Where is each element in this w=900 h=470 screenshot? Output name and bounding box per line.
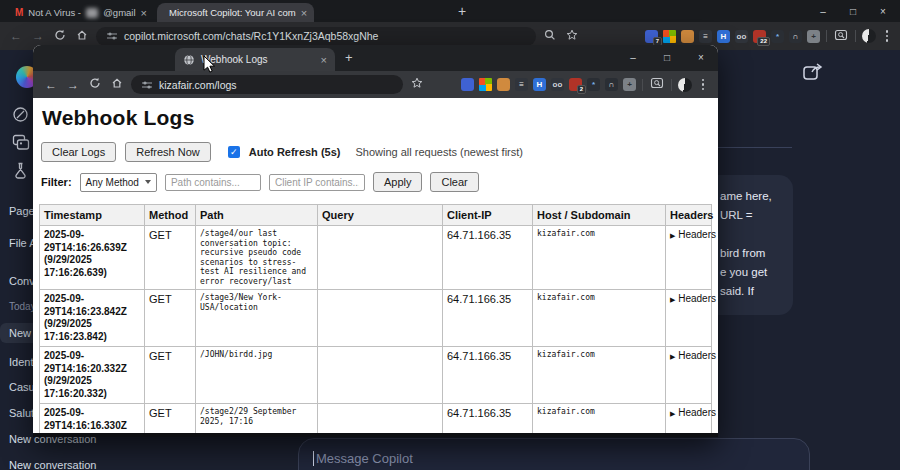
extension-icon[interactable] [497, 78, 510, 91]
divider [671, 79, 672, 91]
method-cell: GET [145, 404, 196, 434]
maximize-icon[interactable]: □ [838, 6, 868, 17]
globe-icon [183, 54, 195, 66]
expand-triangle-icon: ▶ [670, 353, 675, 360]
ip-filter-input[interactable] [269, 174, 365, 191]
tab-close-icon[interactable]: × [321, 55, 327, 65]
table-row: 2025-09-29T14:16:23.842Z (9/29/2025 17:1… [40, 290, 712, 347]
extension-icon[interactable]: ∩ [789, 30, 802, 43]
auto-refresh-label: Auto Refresh (5s) [249, 146, 341, 158]
method-select[interactable]: Any Method [80, 173, 157, 192]
sidebar-item[interactable]: New conversation [0, 455, 150, 470]
clear-logs-button[interactable]: Clear Logs [41, 142, 116, 162]
back-icon[interactable]: ← [8, 29, 24, 43]
tab-title-suffix: @gmail [103, 7, 135, 18]
divider [855, 30, 856, 42]
timestamp-cell: 2025-09-29T14:16:23.842Z (9/29/2025 17:1… [40, 290, 145, 347]
extension-icon[interactable]: oo [551, 78, 564, 91]
media-icon[interactable] [12, 134, 30, 155]
headers-toggle[interactable]: ▶ Headers [670, 293, 716, 304]
extension-icon[interactable]: ∩ [605, 78, 618, 91]
extension-icon[interactable]: * [771, 30, 784, 43]
refresh-icon[interactable] [87, 77, 103, 92]
chat-text-line: bird from [720, 244, 787, 263]
browser-tab-copilot[interactable]: Microsoft Copilot: Your AI com × [157, 3, 314, 22]
flask-icon[interactable] [13, 162, 28, 183]
tab-close-icon[interactable]: × [141, 8, 147, 18]
bookmark-star-icon[interactable] [409, 77, 425, 92]
browser-tab-gmail[interactable]: M Not A Virus - @gmail × [8, 3, 154, 22]
forward-icon[interactable]: → [65, 78, 81, 92]
extension-icon[interactable]: 7 [645, 30, 658, 43]
forward-icon[interactable]: → [30, 29, 46, 43]
extension-icon[interactable] [663, 30, 676, 43]
extension-icon[interactable]: + [623, 78, 636, 91]
inner-title-bar: Webhook Logs × + – □ × [33, 45, 718, 71]
extension-icon[interactable]: 2 [569, 78, 582, 91]
tab-search-icon[interactable] [833, 28, 849, 45]
inner-address-bar[interactable]: kizafair.com/logs [131, 75, 403, 94]
client-ip-cell: 64.71.166.35 [443, 404, 533, 434]
new-tab-button[interactable]: + [345, 50, 353, 65]
extension-icon[interactable]: ≡ [699, 30, 712, 43]
extension-icon[interactable] [479, 78, 492, 91]
timestamp-cell: 2025-09-29T14:16:20.332Z (9/29/2025 17:1… [40, 347, 145, 404]
back-icon[interactable]: ← [43, 78, 59, 92]
extension-icon[interactable]: ≡ [515, 78, 528, 91]
headers-toggle[interactable]: ▶ Headers [670, 350, 716, 361]
headers-toggle[interactable]: ▶ Headers [670, 407, 716, 418]
outer-window-controls: – □ × [808, 0, 898, 22]
clear-button[interactable]: Clear [430, 172, 478, 192]
close-icon[interactable]: × [868, 6, 898, 17]
extension-icon[interactable]: + [807, 30, 820, 43]
headers-toggle[interactable]: ▶ Headers [670, 229, 716, 240]
refresh-now-button[interactable]: Refresh Now [125, 142, 211, 162]
home-icon[interactable] [74, 29, 90, 44]
query-cell [318, 404, 443, 434]
method-select-value: Any Method [86, 177, 139, 188]
extension-icon[interactable]: 22 [753, 30, 766, 43]
outer-tab-strip: M Not A Virus - @gmail × Microsoft Copil… [0, 0, 900, 22]
url-text: kizafair.com/logs [159, 79, 237, 91]
minimize-icon[interactable]: – [808, 6, 838, 17]
extension-icon[interactable] [461, 78, 474, 91]
profile-avatar[interactable] [862, 29, 876, 43]
home-icon[interactable] [109, 77, 125, 92]
extension-icon[interactable]: H [533, 78, 546, 91]
host-cell: kizafair.com [533, 404, 666, 434]
tab-search-icon[interactable] [649, 76, 665, 93]
extension-icon[interactable]: oo [735, 30, 748, 43]
query-cell [318, 226, 443, 290]
extension-icon[interactable] [681, 30, 694, 43]
text-caret [313, 451, 314, 466]
timestamp-cell: 2025-09-29T14:16:16.330Z (9/29/2025 17:1… [40, 404, 145, 434]
path-filter-input[interactable] [165, 174, 261, 191]
headers-cell: ▶ Headers [666, 347, 712, 404]
zoom-icon[interactable] [542, 29, 558, 44]
inner-browser-tab[interactable]: Webhook Logs × [175, 48, 335, 71]
filter-row: Filter: Any Method Apply Clear [41, 172, 718, 192]
headers-toggle-label: Headers [678, 229, 716, 240]
maximize-icon[interactable]: □ [650, 52, 684, 63]
profile-avatar[interactable] [678, 78, 692, 92]
minimize-icon[interactable]: – [616, 52, 650, 63]
extension-icon[interactable]: H [717, 30, 730, 43]
share-icon[interactable] [802, 62, 824, 86]
client-ip-cell: 64.71.166.35 [443, 226, 533, 290]
auto-refresh-checkbox[interactable]: ✓ [228, 146, 240, 158]
new-tab-button[interactable]: + [458, 4, 466, 18]
bookmark-star-icon[interactable] [564, 29, 580, 44]
tab-title: Microsoft Copilot: Your AI com [169, 7, 296, 18]
copilot-composer[interactable]: Message Copilot [298, 438, 810, 470]
apply-button[interactable]: Apply [373, 172, 423, 192]
headers-cell: ▶ Headers [666, 290, 712, 347]
menu-icon[interactable] [698, 79, 708, 91]
tab-close-icon[interactable]: × [301, 8, 307, 18]
compass-icon[interactable] [12, 106, 29, 127]
refresh-icon[interactable] [52, 29, 68, 44]
method-cell: GET [145, 290, 196, 347]
close-icon[interactable]: × [684, 52, 718, 63]
menu-icon[interactable] [882, 30, 892, 42]
outer-address-bar[interactable]: copilot.microsoft.com/chats/Rc1Y1KxnZj3A… [96, 27, 536, 46]
extension-icon[interactable]: * [587, 78, 600, 91]
